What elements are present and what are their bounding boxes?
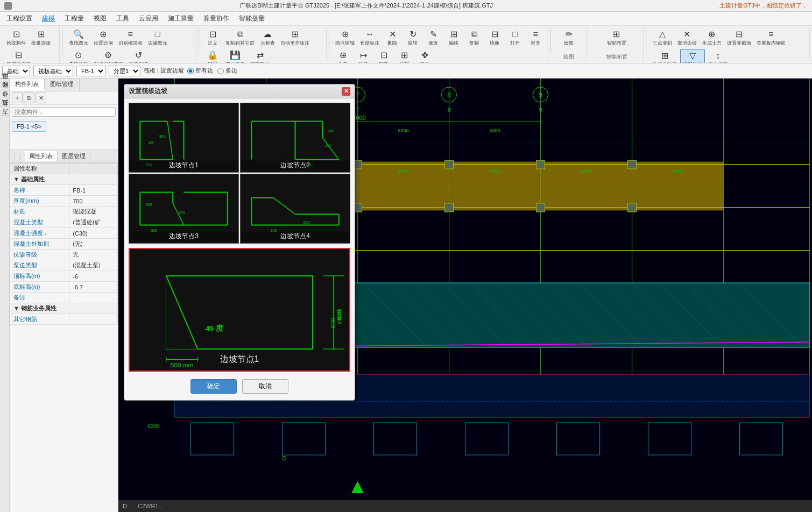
tab-component-list[interactable]: 构件列表 xyxy=(10,79,45,91)
btn-lock[interactable]: 🔒 锁定 xyxy=(203,49,222,63)
preview-label: 边坡节点1 xyxy=(130,354,349,365)
btn-check-rebar[interactable]: ≡ 查看板内钢筋 xyxy=(754,29,788,48)
menu-item-tools[interactable]: 工具 xyxy=(112,13,133,24)
tab-drawing-mgmt[interactable]: 图纸管理 xyxy=(45,79,80,91)
drag-handle[interactable]: ⋮⋮ xyxy=(12,153,23,159)
btn-save-element[interactable]: 💾 图元存盘 xyxy=(223,49,247,63)
toolbar-group-common: ⊡ 定义 ⧉ 复制到其它层 ☁ 云检查 ⊞ 自动平齐板注 🔒 锁定 💾 图元存盘 xyxy=(201,27,326,62)
btn-split-by-floor[interactable]: ⊞ 按楼分割板 xyxy=(651,49,679,63)
cancel-button[interactable]: 取消 xyxy=(242,379,288,394)
align-icon: ≡ xyxy=(533,30,538,39)
btn-draw[interactable]: ✏ 绘图 xyxy=(559,28,578,48)
preview-svg: 45 度 500 mm 800 xyxy=(130,249,349,371)
menu-item-smart[interactable]: 智能提量 xyxy=(235,13,269,24)
btn-merge[interactable]: ⊕ 合并 xyxy=(333,49,352,63)
btn-cloud-check[interactable]: ☁ 云检查 xyxy=(258,28,277,48)
btn-modify[interactable]: ✎ 修改 xyxy=(423,28,443,48)
btn-move[interactable]: ✥ 移动 xyxy=(415,49,434,63)
menu-item-construction[interactable]: 施工算量 xyxy=(164,13,198,24)
prop-row-material: 材质 现浇混凝 xyxy=(10,207,118,217)
node-card-4[interactable]: 300 200 边坡节点4 xyxy=(240,174,350,244)
component-dropdown[interactable]: FB-1 xyxy=(76,66,105,76)
btn-rotate[interactable]: ↻ 旋转 xyxy=(403,28,422,48)
tab-props[interactable]: 属性列表 xyxy=(25,151,58,161)
btn-delete[interactable]: ✕ 删除 xyxy=(383,28,402,48)
btn-cancel-slope[interactable]: ✕ 取消边坡 xyxy=(675,28,699,48)
comp-fb1[interactable]: FB-1 <5> xyxy=(12,121,46,132)
btn-split[interactable]: ⊞ 分割 xyxy=(394,49,414,63)
base-type-dropdown[interactable]: 基础 xyxy=(2,66,30,76)
btn-length-dim[interactable]: ↔ 长度标注 xyxy=(358,29,382,48)
vtab-direction[interactable]: 方 xyxy=(0,115,9,124)
btn-open[interactable]: □ 打开 xyxy=(505,29,525,48)
layer-dropdown[interactable]: 分层1 xyxy=(109,66,140,76)
btn-gen-earth[interactable]: ⊕ 生成土方 xyxy=(700,28,724,48)
btn-prop-select[interactable]: ⊟ 按属性选择 xyxy=(4,49,33,63)
svg-text:0: 0 xyxy=(338,318,342,325)
prop-row-bottom-height: 底标高(m) -6.7 xyxy=(10,282,118,293)
btn-set-var-section[interactable]: ⊟ 设置变截面 xyxy=(725,28,753,48)
btn-set-scale[interactable]: ⊕ 设置比例 xyxy=(91,28,115,48)
radio-multi-edges[interactable]: 多边 xyxy=(217,67,237,75)
prop-row-thickness: 厚度(mm) 700 xyxy=(10,196,118,207)
floor-split-icon: ⊞ xyxy=(661,51,668,61)
btn-auto-align[interactable]: ⊞ 自动平齐板注 xyxy=(278,28,312,48)
props-scroll: 属性名称 ▼ 基础属性 xyxy=(10,163,118,512)
btn-batch-select[interactable]: ⊞ 批量选择 xyxy=(29,28,53,48)
dialog-buttons: 确定 取消 xyxy=(129,376,350,396)
vtab-modify[interactable]: 修 xyxy=(0,97,9,106)
btn-three-point-slope[interactable]: △ 三点变斜 xyxy=(651,28,674,48)
menu-item-model[interactable]: 建模 xyxy=(38,13,59,24)
panel-content: 构件列表 图纸管理 + ⧉ ✕ FB-1 <5> xyxy=(10,79,118,512)
node-card-2[interactable]: 45° 600 300 边坡节点2 xyxy=(240,103,350,173)
btn-identify-layers[interactable]: ≡ 识别楼层表 xyxy=(116,29,145,48)
btn-offset[interactable]: ⊞ 编移 xyxy=(444,28,463,48)
vtab-segment[interactable]: 工段 xyxy=(0,79,9,88)
btn-align[interactable]: ≡ 对齐 xyxy=(526,29,545,48)
btn-smart-layout[interactable]: ⊞ 智能布置 xyxy=(605,28,629,48)
svg-text:200: 200 xyxy=(178,211,185,215)
btn-define[interactable]: ⊡ 定义 xyxy=(203,28,222,48)
restore-icon: ↺ xyxy=(135,50,142,60)
btn-copy[interactable]: ⧉ 复制 xyxy=(464,29,484,48)
vtab-support[interactable]: 抗支持 xyxy=(0,106,9,115)
toolbar-group-raft: △ 三点变斜 ✕ 取消边坡 ⊕ 生成土方 ⊟ 设置变截面 ≡ 查看板内钢筋 ⊞ … xyxy=(648,27,810,62)
btn-break[interactable]: ⊡ 打断 xyxy=(374,49,393,63)
menu-item-cloud[interactable]: 云应用 xyxy=(135,13,163,24)
node-card-1[interactable]: 45° 500 300 边坡节点1 xyxy=(129,103,239,173)
btn-pick-component[interactable]: ⊡ 拾取构件 xyxy=(4,28,28,48)
btn-copy-layer[interactable]: ⧉ 复制到其它层 xyxy=(223,29,257,48)
tab-layers[interactable]: 图层管理 xyxy=(58,151,90,161)
btn-cad-options[interactable]: ⚙ CAD识别选项 xyxy=(91,49,125,63)
radio-all-edges[interactable]: 所有边 xyxy=(187,67,213,75)
menu-item-project[interactable]: 工程设置 xyxy=(2,13,37,24)
menu-item-collab[interactable]: 算量协作 xyxy=(199,13,234,24)
node-label-4: 边坡节点4 xyxy=(241,232,350,241)
menu-item-view[interactable]: 视图 xyxy=(89,13,111,24)
svg-text:300: 300 xyxy=(159,134,166,139)
btn-edge-element[interactable]: □ 边缘图元 xyxy=(146,29,170,48)
btn-find-replace[interactable]: ⊙ 查找替换 xyxy=(67,49,90,63)
btn-convert[interactable]: ⇄ 转换图元 xyxy=(248,49,272,63)
confirm-button[interactable]: 确定 xyxy=(190,379,237,394)
btn-mirror[interactable]: ⊟ 镜像 xyxy=(485,28,504,48)
btn-find-element[interactable]: 🔍 查找图元 xyxy=(67,28,90,48)
btn-restore-cad[interactable]: ↺ 还原CAD xyxy=(126,49,151,63)
props-table: 属性名称 ▼ 基础属性 xyxy=(10,163,118,325)
btn-extend[interactable]: ↦ 延伸 xyxy=(354,49,373,63)
btn-copy-comp[interactable]: ⧉ xyxy=(24,93,34,103)
scale-icon: ⊕ xyxy=(100,29,107,39)
btn-add-comp[interactable]: + xyxy=(12,93,23,103)
sub-type-dropdown[interactable]: 筏板基础 xyxy=(33,66,73,76)
btn-check-height[interactable]: ↕ 查改标高 xyxy=(706,50,730,64)
btn-del-comp[interactable]: ✕ xyxy=(36,93,46,103)
app-icon xyxy=(4,2,12,10)
dialog-close-button[interactable]: ✕ xyxy=(342,87,350,96)
menu-item-quantity[interactable]: 工程量 xyxy=(60,13,88,24)
node-card-3[interactable]: 300 200 300 边坡节点3 xyxy=(129,174,239,244)
vtab-floor[interactable]: 楼间 xyxy=(0,88,9,97)
search-input[interactable] xyxy=(12,107,116,117)
btn-two-point[interactable]: ⊕ 两点辅轴 xyxy=(333,28,357,48)
common-buttons: ⊡ 定义 ⧉ 复制到其它层 ☁ 云检查 ⊞ 自动平齐板注 🔒 锁定 💾 图元存盘 xyxy=(203,28,323,63)
btn-set-slope[interactable]: ▽ 设置边坡 xyxy=(680,49,705,63)
